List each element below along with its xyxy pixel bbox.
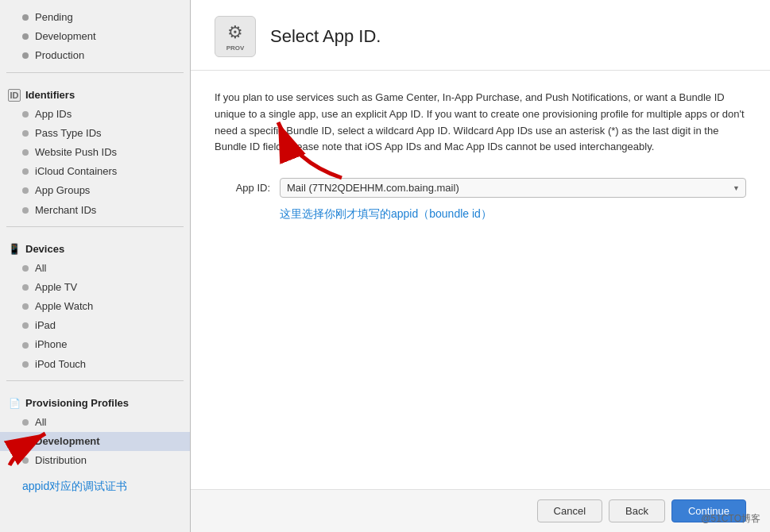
provisioning-icon: 📄 bbox=[8, 397, 21, 410]
sidebar-item-apple-tv[interactable]: Apple TV bbox=[0, 278, 190, 297]
bullet-icon bbox=[22, 342, 29, 349]
bullet-icon bbox=[22, 130, 29, 137]
identifiers-section: ID Identifiers App IDs Pass Type IDs Web… bbox=[0, 76, 190, 223]
bullet-icon bbox=[22, 149, 29, 156]
main-content: ⚙ PROV Select App ID. If you plan to use… bbox=[191, 0, 770, 532]
bullet-icon bbox=[22, 14, 29, 21]
certificates-section: Pending Development Production bbox=[0, 3, 190, 69]
bullet-icon bbox=[22, 168, 29, 175]
bullet-icon bbox=[22, 438, 29, 445]
sidebar-item-app-ids[interactable]: App IDs bbox=[0, 105, 190, 124]
app-id-select[interactable]: Mail (7TN2QDEHHM.com.baing.mail) bbox=[280, 178, 746, 198]
sidebar-item-iphone[interactable]: iPhone bbox=[0, 335, 190, 354]
form-area: App ID: Mail (7TN2QDEHHM.com.baing.mail)… bbox=[215, 178, 746, 222]
sidebar-item-app-groups[interactable]: App Groups bbox=[0, 181, 190, 200]
bullet-icon bbox=[22, 52, 29, 59]
bullet-icon bbox=[22, 207, 29, 214]
sidebar-item-website-push-ids[interactable]: Website Push IDs bbox=[0, 143, 190, 162]
divider bbox=[6, 380, 184, 381]
divider bbox=[6, 72, 184, 73]
back-button[interactable]: Back bbox=[609, 499, 665, 522]
sidebar-item-icloud-containers[interactable]: iCloud Containers bbox=[0, 162, 190, 181]
panel-header: ⚙ PROV Select App ID. bbox=[191, 0, 770, 71]
watermark: @51CTO博客 bbox=[701, 512, 760, 526]
app-id-hint: 这里选择你刚才填写的appid（boundle id） bbox=[280, 207, 746, 222]
sidebar-item-profiles-distribution[interactable]: Distribution bbox=[0, 451, 190, 470]
bullet-icon bbox=[22, 361, 29, 368]
sidebar-item-profiles-all[interactable]: All bbox=[0, 413, 190, 432]
identifiers-header: ID Identifiers bbox=[0, 81, 190, 105]
sidebar-item-development-cert[interactable]: Development bbox=[0, 27, 190, 46]
provisioning-section: 📄 Provisioning Profiles All Development … bbox=[0, 384, 190, 474]
app-id-form-row: App ID: Mail (7TN2QDEHHM.com.baing.mail) bbox=[215, 178, 746, 198]
content-panel: ⚙ PROV Select App ID. If you plan to use… bbox=[191, 0, 770, 532]
devices-header: 📱 Devices bbox=[0, 235, 190, 259]
app-id-select-wrapper[interactable]: Mail (7TN2QDEHHM.com.baing.mail) bbox=[280, 178, 746, 198]
sidebar-item-pass-type-ids[interactable]: Pass Type IDs bbox=[0, 124, 190, 143]
bullet-icon bbox=[22, 457, 29, 464]
prov-icon: ⚙ PROV bbox=[215, 16, 256, 57]
bullet-icon bbox=[22, 265, 29, 272]
bullet-icon bbox=[22, 111, 29, 118]
gear-icon: ⚙ bbox=[227, 22, 243, 43]
panel-body: If you plan to use services such as Game… bbox=[191, 71, 770, 489]
bullet-icon bbox=[22, 33, 29, 40]
sidebar-item-devices-all[interactable]: All bbox=[0, 259, 190, 278]
bullet-icon bbox=[22, 419, 29, 426]
sidebar-item-merchant-ids[interactable]: Merchant IDs bbox=[0, 201, 190, 220]
panel-footer: Cancel Back Continue bbox=[191, 489, 770, 532]
provisioning-header: 📄 Provisioning Profiles bbox=[0, 389, 190, 413]
sidebar-item-profiles-development[interactable]: Development bbox=[0, 432, 190, 451]
description-text: If you plan to use services such as Game… bbox=[215, 90, 746, 156]
bullet-icon bbox=[22, 284, 29, 291]
sidebar-item-ipad[interactable]: iPad bbox=[0, 316, 190, 335]
sidebar-item-ipod-touch[interactable]: iPod Touch bbox=[0, 355, 190, 374]
identifiers-icon: ID bbox=[8, 89, 21, 102]
panel-title: Select App ID. bbox=[270, 26, 381, 47]
bullet-icon bbox=[22, 187, 29, 194]
divider bbox=[6, 226, 184, 227]
app-id-label: App ID: bbox=[215, 182, 270, 194]
bullet-icon bbox=[22, 303, 29, 310]
sidebar-item-pending[interactable]: Pending bbox=[0, 8, 190, 27]
devices-icon: 📱 bbox=[8, 243, 21, 256]
sidebar-annotation-label: appid对应的调试证书 bbox=[22, 480, 190, 494]
cancel-button[interactable]: Cancel bbox=[537, 499, 602, 522]
bullet-icon bbox=[22, 322, 29, 329]
app-window: Pending Development Production ID Identi… bbox=[0, 0, 770, 532]
devices-section: 📱 Devices All Apple TV Apple Watch iPad bbox=[0, 230, 190, 377]
sidebar-item-production[interactable]: Production bbox=[0, 46, 190, 65]
sidebar: Pending Development Production ID Identi… bbox=[0, 0, 191, 532]
sidebar-item-apple-watch[interactable]: Apple Watch bbox=[0, 297, 190, 316]
